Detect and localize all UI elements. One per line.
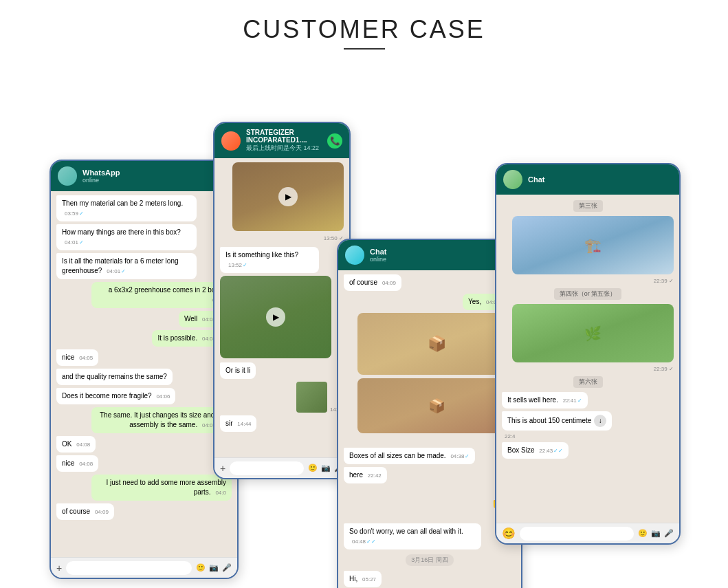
- chat-input-bar-4[interactable]: 😊 🙂 📷 🎤: [496, 523, 679, 543]
- video-time: 13:50 ✓: [324, 235, 344, 241]
- play-button-2[interactable]: ▶: [266, 307, 285, 327]
- chat-header-1: WhatsApp online: [51, 161, 237, 191]
- avatar-4: [503, 170, 522, 189]
- contact-status-3: online: [370, 256, 514, 263]
- chat-header-4: Chat: [496, 164, 679, 195]
- msg-bubble: of course 04:09: [344, 274, 401, 291]
- msg-bubble: I just need to add some more assembly pa…: [91, 475, 232, 501]
- date-divider: 3月16日 周四: [406, 554, 454, 566]
- small-thumbnail: [296, 382, 327, 413]
- contact-name-2: STRATEGIZER INCOPARATED1....: [246, 129, 322, 144]
- avatar-3: [345, 246, 364, 265]
- video-thumbnail: ▶: [232, 162, 344, 231]
- msg-bubble: of course 04:09: [56, 503, 114, 520]
- video-call-icon[interactable]: 📞: [327, 133, 342, 149]
- contact-status-2: 最后上线时间是今天 14:22: [246, 144, 322, 153]
- section-label-6: 第六张: [573, 376, 603, 388]
- add-icon-2[interactable]: +: [220, 463, 225, 474]
- avatar-1: [58, 166, 77, 186]
- camera-icon[interactable]: 📷: [209, 563, 219, 572]
- msg-bubble: Or is it li: [220, 362, 256, 379]
- message-input-1[interactable]: [66, 561, 192, 575]
- msg-bubble: Hi, 05:27: [344, 571, 382, 587]
- msg-bubble: a 6x3x2 greenhouse comes in 2 boxes 04:0…: [91, 282, 232, 308]
- msg-bubble: Boxes of all sizes can be made. 04:38✓: [344, 448, 475, 464]
- arch-time: 22:39 ✓: [654, 366, 674, 372]
- avatar-2: [221, 131, 241, 151]
- boxes-image-2: 📦: [357, 378, 516, 433]
- msg-bubble: OK 04:08: [56, 436, 96, 453]
- msg-bubble: sir 14:44: [220, 415, 256, 432]
- msg-time-3: 22:4: [505, 433, 516, 439]
- input-icons-4: 🙂 📷 🎤: [638, 529, 674, 538]
- msg-bubble: Does it become more fragile? 04:06: [56, 388, 175, 404]
- msg-bubble: The same. It just changes its size and t…: [91, 407, 232, 433]
- msg-bubble: nice 04:08: [56, 455, 98, 472]
- contact-name-1: WhatsApp: [82, 168, 230, 177]
- section-label-4: 第四张（or 第五张）: [554, 288, 622, 300]
- chat-body-2: ▶ 13:50 ✓ Is it something like this? 13:…: [214, 158, 349, 457]
- struct-time: 22:39 ✓: [654, 278, 674, 284]
- chat-input-bar-2[interactable]: + 🙂 📷 🎤: [214, 457, 349, 478]
- msg-bubble: and the quality remains the same?: [56, 369, 173, 385]
- contact-name-3: Chat: [370, 248, 514, 256]
- chat-input-bar-1[interactable]: + 🙂 📷 🎤: [51, 557, 237, 578]
- play-button[interactable]: ▶: [278, 187, 298, 206]
- emoji-icon-2[interactable]: 🙂: [308, 464, 318, 472]
- screenshots-area: WhatsApp online Then my material can be …: [0, 56, 728, 586]
- screenshot-2: STRATEGIZER INCOPARATED1.... 最后上线时间是今天 1…: [213, 122, 351, 479]
- camera-icon-2[interactable]: 📷: [321, 464, 331, 472]
- msg-bubble: Then my material can be 2 meters long. 0…: [56, 195, 197, 221]
- header-info-2: STRATEGIZER INCOPARATED1.... 最后上线时间是今天 1…: [246, 129, 322, 153]
- msg-bubble: Box Size 22:43✓✓: [502, 442, 569, 459]
- contact-status-1: online: [82, 177, 230, 184]
- chat-body-4: 第三张 🏗️ 22:39 ✓ 第四张（or 第五张） 🌿 22:39 ✓ 第六张…: [496, 195, 679, 523]
- chat-header-3: Chat online: [338, 240, 521, 270]
- msg-bubble: nice 04:05: [56, 349, 98, 366]
- mic-icon-4[interactable]: 🎤: [664, 529, 674, 538]
- msg-bubble: Is it all the materials for a 6 meter lo…: [56, 253, 197, 279]
- msg-bubble: How many things are there in this box? 0…: [56, 224, 197, 250]
- title-underline: [344, 48, 385, 50]
- chat-header-2: STRATEGIZER INCOPARATED1.... 最后上线时间是今天 1…: [214, 123, 349, 158]
- emoji-icon-4[interactable]: 🙂: [638, 529, 648, 538]
- message-input-4[interactable]: [520, 527, 634, 541]
- page-title: CUSTOMER CASE: [243, 15, 485, 44]
- header-info-1: WhatsApp online: [82, 168, 230, 184]
- emoji-reaction-icon[interactable]: 😊: [502, 527, 516, 540]
- section-label-3: 第三张: [573, 200, 603, 212]
- add-icon[interactable]: +: [56, 563, 62, 574]
- input-icons-1: 🙂 📷 🎤: [196, 563, 232, 572]
- boxes-image-1: 📦: [357, 313, 516, 375]
- expand-icon[interactable]: ↓: [594, 415, 606, 427]
- camera-icon-4[interactable]: 📷: [651, 529, 661, 538]
- mic-icon[interactable]: 🎤: [222, 563, 232, 572]
- contact-name-4: Chat: [528, 175, 672, 184]
- msg-bubble: here 22:42: [344, 467, 387, 483]
- header-info-4: Chat: [528, 175, 672, 184]
- chat-body-3: of course 04:09 Yes, 04:09✓✓ 📦 📦 04:36 ✓: [338, 270, 521, 588]
- structures-image: 🏗️: [512, 216, 674, 274]
- header-info-3: Chat online: [370, 248, 514, 263]
- msg-bubble: This is about 150 centimete ↓: [502, 411, 612, 431]
- message-input-2[interactable]: [230, 461, 304, 475]
- screenshot-1: WhatsApp online Then my material can be …: [49, 160, 239, 579]
- msg-bubble: So don't worry, we can all deal with it.…: [344, 523, 481, 549]
- screenshot-4: Chat 第三张 🏗️ 22:39 ✓ 第四张（or 第五张） 🌿 22:39 …: [495, 163, 681, 545]
- emoji-icon[interactable]: 🙂: [196, 563, 206, 572]
- msg-bubble: It sells well here. 22:41✓: [502, 392, 588, 409]
- chat-body-1: Then my material can be 2 meters long. 0…: [51, 191, 237, 557]
- greenhouse-image: ▶: [220, 276, 331, 358]
- arch-image: 🌿: [512, 304, 674, 362]
- msg-bubble: Is it something like this? 13:52✓: [220, 247, 319, 273]
